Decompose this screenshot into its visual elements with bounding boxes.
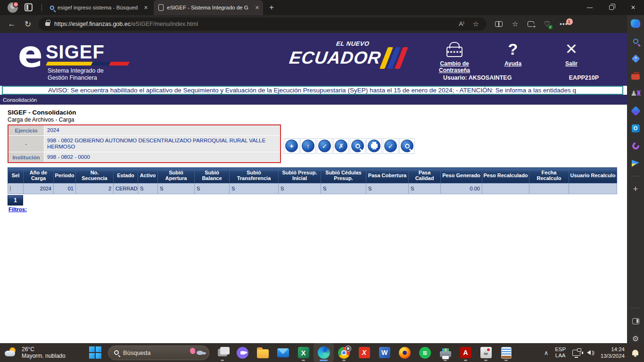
profile-avatar[interactable] <box>8 2 18 13</box>
notepad-button[interactable] <box>496 343 516 362</box>
refresh-button[interactable]: ↻ <box>20 19 36 29</box>
exit-button[interactable]: ✕ Salir <box>551 39 592 74</box>
cell-calidad: S <box>409 183 441 194</box>
sidebar-panel-icon[interactable] <box>631 316 640 326</box>
close-button[interactable]: ✕ <box>622 0 644 15</box>
windows-taskbar: 26°CMayorm. nublado Búsqueda X X W ≋ A ☕ <box>0 343 644 362</box>
collections-icon[interactable] <box>528 21 534 27</box>
browser-essentials-icon[interactable]: ♡ <box>544 20 550 28</box>
settings-more-icon[interactable]: •••1 <box>560 20 568 28</box>
esigef-header: e SIGEF Sistema Integrado deGestión Fina… <box>0 33 627 86</box>
tab-esigef-active[interactable]: eSIGEF - Sistema Integrado de G ✕ <box>154 0 263 15</box>
pdf-app-button[interactable]: X <box>354 343 374 362</box>
entidad-value: 998 - 0802 GOBIERNO AUTONOMO DESCENTRALI… <box>44 136 280 152</box>
tools-icon[interactable] <box>631 71 640 81</box>
notice-marquee: AVISO: Se encuentra habilitado el aplica… <box>2 86 623 95</box>
date: 13/3/2024 <box>601 353 625 359</box>
cell-secuencia: 2 <box>76 183 114 194</box>
upload-file-button[interactable]: ↑ <box>300 138 316 154</box>
edge-button[interactable] <box>314 343 334 362</box>
search-favicon <box>50 6 54 10</box>
brand-stripes <box>380 47 408 69</box>
games-icon[interactable]: ♟♜ <box>631 89 640 98</box>
edge-sidebar: ♟♜ O + ⚙ <box>627 15 644 343</box>
copilot-icon[interactable] <box>631 19 640 28</box>
change-password-button[interactable]: ●●●●● Cambio de Contraseña <box>434 39 475 74</box>
workspaces-icon[interactable] <box>25 3 33 11</box>
sidebar-settings-icon[interactable]: ⚙ <box>631 334 640 343</box>
microsoft-365-icon[interactable] <box>631 106 640 115</box>
approve-file-button[interactable]: ✓ <box>383 138 398 154</box>
cell-estado: CERRADO <box>114 183 138 194</box>
weather-widget[interactable]: 26°CMayorm. nublado <box>5 346 83 359</box>
delete-file-button[interactable]: ✗ <box>333 138 349 154</box>
preview-file-icon <box>351 140 364 152</box>
new-tab-button[interactable]: + <box>267 3 276 12</box>
excel-button[interactable]: X <box>293 343 314 362</box>
environment-code: EAPP210P <box>569 74 599 81</box>
java-app-button[interactable]: ☕ <box>476 343 496 362</box>
search-icon[interactable] <box>631 36 640 46</box>
col-peso-generado: Peso Generado <box>441 168 482 183</box>
tab-search-results[interactable]: esigef ingreso sistema - Búsqued ✕ <box>45 0 152 15</box>
consult-file-icon <box>401 140 413 152</box>
browser-navbar: ← ↻ https://esigef.finanzas.gob.ec/eSIGE… <box>0 15 627 33</box>
minimize-button[interactable]: — <box>579 0 601 15</box>
upload-file-icon: ↑ <box>302 140 314 152</box>
designer-icon[interactable] <box>631 141 640 150</box>
tab-close-icon[interactable]: ✕ <box>144 5 148 11</box>
outlook-icon[interactable]: O <box>631 123 640 133</box>
firefox-button[interactable] <box>395 343 415 362</box>
language-indicator[interactable]: ESPLAA <box>555 346 566 359</box>
page-number[interactable]: 1 <box>8 195 23 206</box>
logo-e: e <box>18 38 43 82</box>
tab-close-icon[interactable]: ✕ <box>255 5 259 11</box>
printer-button[interactable] <box>435 343 455 362</box>
nuevo-ecuador-logo: EL NUEVO ECUADOR <box>288 40 415 69</box>
word-button[interactable]: W <box>374 343 395 362</box>
volume-icon[interactable]: )) <box>587 350 594 355</box>
filters-link[interactable]: Filtros: <box>8 206 27 212</box>
clock[interactable]: 14:2413/3/2024 <box>601 346 625 359</box>
url-text[interactable]: https://esigef.finanzas.gob.ec/eSIGEF/me… <box>54 21 454 27</box>
network-icon[interactable] <box>572 350 580 356</box>
zoom-app-button[interactable] <box>232 343 253 362</box>
user-info: Usuario: AKSOSAINTEG EAPP210P <box>443 74 599 81</box>
col-usuario-recalculo: Usuario Recalculo <box>569 168 617 183</box>
spotify-button[interactable]: ≋ <box>415 343 435 362</box>
acrobat-button[interactable]: A <box>455 343 476 362</box>
shopping-icon[interactable] <box>631 54 640 63</box>
start-button[interactable] <box>89 346 101 359</box>
ejercicio-label: Ejercicio <box>8 125 44 135</box>
col-periodo: Periodo <box>54 168 76 183</box>
row-radio-button[interactable] <box>10 185 11 192</box>
taskbar-search[interactable]: Búsqueda <box>108 346 209 360</box>
preview-file-button[interactable] <box>350 138 365 154</box>
add-sidebar-app-icon[interactable]: + <box>631 184 640 194</box>
toolbar-icons: ☆ ♡ •••1 <box>495 20 568 28</box>
col-subio-cedulas: Subió Cédulas Presup. <box>321 168 366 183</box>
print-button[interactable] <box>366 138 382 154</box>
search-placeholder: Búsqueda <box>123 349 183 356</box>
hidden-icons-chevron[interactable]: ∧ <box>544 349 549 356</box>
favorite-star-icon[interactable]: ☆ <box>473 20 479 28</box>
back-button[interactable]: ← <box>4 19 20 29</box>
send-icon[interactable] <box>631 158 640 168</box>
favorites-icon[interactable]: ☆ <box>512 20 518 28</box>
consult-file-button[interactable] <box>399 138 415 154</box>
validate-file-button[interactable]: ✓ <box>317 138 332 154</box>
lock-icon[interactable] <box>45 22 50 26</box>
read-aloud-icon[interactable]: A) <box>459 20 464 27</box>
cell-periodo: 01 <box>54 183 76 194</box>
col-sel: Sel <box>8 168 24 183</box>
address-bar[interactable]: https://esigef.finanzas.gob.ec/eSIGEF/me… <box>39 17 487 31</box>
file-explorer-button[interactable] <box>253 343 273 362</box>
restore-button[interactable] <box>601 0 622 15</box>
task-view-button[interactable] <box>212 343 232 362</box>
mail-button[interactable] <box>273 343 293 362</box>
help-button[interactable]: ? Ayuda <box>493 39 533 74</box>
split-screen-icon[interactable] <box>495 21 503 27</box>
create-file-button[interactable]: + <box>284 138 299 154</box>
chrome-button[interactable] <box>334 343 354 362</box>
notifications-bell-icon[interactable] <box>632 350 638 355</box>
